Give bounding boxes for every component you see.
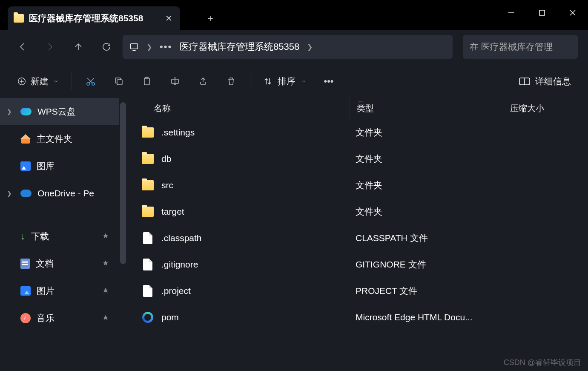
column-type-header[interactable]: 类型 (350, 98, 503, 119)
svg-rect-4 (131, 44, 138, 49)
file-row[interactable]: .projectPROJECT 文件 (128, 278, 588, 304)
chevron-down-icon (53, 78, 59, 84)
chevron-right-icon: ❯ (7, 108, 12, 115)
maximize-button[interactable] (527, 3, 557, 23)
search-placeholder: 在 医疗器械库存管理 (470, 41, 553, 53)
sort-icon (263, 77, 272, 86)
sidebar-item-label: OneDrive - Pe (37, 188, 94, 198)
sidebar-item[interactable]: ❯OneDrive - Pe (0, 180, 119, 207)
copy-button[interactable] (106, 70, 132, 93)
sidebar-item-label: 主文件夹 (37, 133, 72, 145)
new-button[interactable]: 新建 (10, 70, 66, 92)
monitor-icon (129, 42, 139, 52)
column-name-header[interactable]: 名称 (128, 103, 350, 114)
new-tab-button[interactable]: ＋ (206, 12, 215, 25)
close-tab-button[interactable]: ✕ (165, 13, 172, 23)
file-name: .project (161, 286, 349, 296)
edge-icon (142, 312, 153, 323)
onedrive-icon (20, 190, 32, 197)
divider (12, 215, 107, 215)
sidebar-item-label: WPS云盘 (37, 106, 76, 118)
details-icon (519, 77, 530, 86)
file-name: .settings (161, 127, 349, 138)
pin-icon (102, 231, 109, 242)
file-row[interactable]: src文件夹 (128, 172, 588, 198)
delete-button[interactable] (218, 70, 244, 93)
sidebar-item-label: 音乐 (37, 312, 54, 324)
svg-rect-13 (117, 80, 122, 85)
file-type: 文件夹 (349, 206, 502, 218)
tab-title: 医疗器械库存管理系统85358 (29, 12, 143, 24)
pic-icon (20, 286, 31, 296)
refresh-button[interactable] (95, 35, 118, 59)
file-name: src (161, 180, 349, 190)
file-name: .gitignore (161, 259, 349, 270)
chevron-right-icon[interactable]: ❯ (307, 43, 313, 51)
back-button[interactable] (10, 35, 34, 59)
navigation-bar: ❯ ••• 医疗器械库存管理系统85358 ❯ 在 医疗器械库存管理 (0, 30, 588, 64)
file-type: Microsoft Edge HTML Docu... (349, 312, 502, 322)
music-icon (20, 313, 31, 323)
sidebar-item-label: 文档 (36, 258, 54, 270)
gallery-icon (20, 161, 31, 171)
file-row[interactable]: .settings文件夹 (128, 119, 588, 146)
file-row[interactable]: db文件夹 (128, 146, 588, 172)
folder-icon (14, 14, 24, 23)
svg-rect-1 (539, 10, 545, 15)
file-type: 文件夹 (349, 153, 502, 165)
download-icon: ↓ (20, 231, 25, 242)
file-name: db (161, 154, 349, 164)
window-controls (496, 0, 588, 26)
window-tab[interactable]: 医疗器械库存管理系统85358 ✕ (8, 6, 180, 30)
close-window-button[interactable] (557, 3, 588, 23)
column-size-header[interactable]: 压缩大小 (503, 98, 588, 119)
search-input[interactable]: 在 医疗器械库存管理 (463, 35, 578, 59)
folder-icon (142, 154, 154, 164)
scrollbar[interactable] (120, 102, 126, 264)
address-bar[interactable]: ❯ ••• 医疗器械库存管理系统85358 ❯ (123, 35, 453, 59)
file-list-panel: ︿ 名称 类型 压缩大小 .settings文件夹db文件夹src文件夹targ… (128, 98, 588, 371)
cloud-icon (20, 108, 32, 115)
sidebar-item[interactable]: 主文件夹 (0, 125, 119, 152)
chevron-right-icon: ❯ (146, 43, 152, 51)
paste-button[interactable] (134, 70, 160, 93)
separator (250, 73, 250, 90)
file-name: .classpath (161, 233, 349, 243)
file-icon (143, 285, 152, 297)
toolbar: 新建 排序 ••• 详细信息 (0, 64, 588, 98)
forward-button[interactable] (38, 35, 62, 59)
home-icon (20, 134, 31, 144)
sidebar-item[interactable]: ❯WPS云盘 (0, 98, 119, 125)
file-row[interactable]: target文件夹 (128, 198, 588, 225)
rename-button[interactable] (162, 70, 188, 93)
file-name: target (161, 207, 349, 217)
minimize-button[interactable] (496, 3, 527, 23)
pin-icon (102, 313, 109, 323)
folder-icon (142, 207, 154, 217)
sidebar: ❯WPS云盘主文件夹图库❯OneDrive - Pe↓下载文档图片音乐 (0, 98, 128, 371)
sidebar-item[interactable]: 图库 (0, 152, 119, 180)
watermark: CSDN @睿轩毕设项目 (504, 357, 581, 368)
breadcrumb-current[interactable]: 医疗器械库存管理系统85358 (180, 40, 299, 53)
sidebar-quick-item[interactable]: 图片 (0, 277, 119, 305)
cut-button[interactable] (78, 70, 103, 93)
file-type: 文件夹 (349, 179, 502, 191)
file-icon (143, 232, 152, 244)
chevron-right-icon: ❯ (7, 190, 12, 197)
file-type: CLASSPATH 文件 (349, 232, 502, 244)
file-row[interactable]: pomMicrosoft Edge HTML Docu... (128, 304, 588, 331)
title-bar: 医疗器械库存管理系统85358 ✕ ＋ (0, 0, 588, 30)
sort-button[interactable]: 排序 (256, 70, 313, 92)
doc-icon (20, 259, 30, 269)
collapse-indicator-icon[interactable]: ︿ (358, 97, 364, 105)
details-view-button[interactable]: 详细信息 (512, 75, 578, 87)
up-button[interactable] (66, 35, 90, 59)
sidebar-quick-item[interactable]: 文档 (0, 250, 119, 277)
more-button[interactable]: ••• (316, 70, 341, 93)
share-button[interactable] (190, 70, 216, 93)
file-row[interactable]: .classpathCLASSPATH 文件 (128, 225, 588, 251)
sidebar-quick-item[interactable]: ↓下载 (0, 223, 119, 250)
file-row[interactable]: .gitignoreGITIGNORE 文件 (128, 251, 588, 278)
breadcrumb-ellipsis[interactable]: ••• (160, 41, 172, 52)
sidebar-quick-item[interactable]: 音乐 (0, 305, 119, 332)
